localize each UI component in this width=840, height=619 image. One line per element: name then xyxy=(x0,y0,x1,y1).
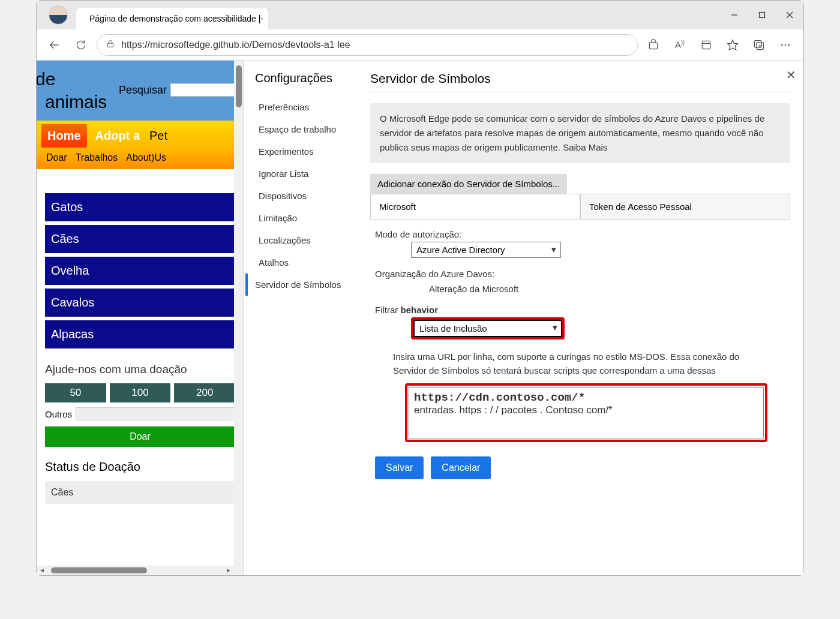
svg-point-15 xyxy=(785,44,787,46)
favorite-icon[interactable] xyxy=(722,34,743,56)
sidebar-item-ignore-list[interactable]: Ignorar Lista xyxy=(255,163,357,185)
scroll-left-icon[interactable]: ◄ xyxy=(39,567,45,573)
close-icon[interactable]: ✕ xyxy=(786,68,796,82)
content-heading: Servidor de Símbolos xyxy=(370,71,790,86)
connection-form: Modo de autorização: Azure Active Direct… xyxy=(370,220,790,489)
window-controls xyxy=(721,4,803,26)
pet-list: Gatos Cães Ovelha Cavalos Alpacas xyxy=(37,169,244,358)
settings-title: Configurações xyxy=(255,71,357,85)
list-item[interactable]: Ovelha xyxy=(45,257,235,285)
browser-window: Página de demonstração com acessibilidad… xyxy=(36,0,804,576)
content-area: de Pesquisar animais Home Adopt a Pet Do… xyxy=(37,61,803,575)
svg-rect-7 xyxy=(702,41,710,49)
svg-rect-1 xyxy=(760,13,765,18)
url-filter-textarea[interactable]: https://cdn.contoso.com/* entradas. http… xyxy=(409,387,764,438)
page-title-fragment: de xyxy=(37,69,55,89)
donation-submit-button[interactable]: Doar xyxy=(45,426,235,447)
collections-icon[interactable] xyxy=(695,34,717,56)
devtools-pane: Configurações Preferências Espaço de tra… xyxy=(244,61,803,575)
nav-home[interactable]: Home xyxy=(41,124,87,148)
donation-amount-button[interactable]: 100 xyxy=(110,383,171,402)
sidebar-item-experiments[interactable]: Experimentos xyxy=(255,140,357,163)
list-item[interactable]: Cavalos xyxy=(45,289,235,317)
sidebar-item-locations[interactable]: Localizações xyxy=(255,229,357,251)
nav-trabalhos[interactable]: Trabalhos xyxy=(76,152,118,163)
filter-behavior-label: behavior xyxy=(401,305,439,315)
filter-behavior-select[interactable]: Lista de Inclusão xyxy=(413,320,562,337)
profile-avatar[interactable] xyxy=(49,5,68,25)
shopping-icon[interactable] xyxy=(643,34,664,56)
page-header: de Pesquisar animais xyxy=(37,61,244,121)
maximize-button[interactable] xyxy=(748,4,776,26)
svg-point-16 xyxy=(788,44,790,46)
minimize-button[interactable] xyxy=(721,4,748,26)
add-tab-icon[interactable] xyxy=(748,34,770,56)
donation-other-label: Outros xyxy=(45,409,72,419)
info-box: O Microsoft Edge pode se comunicar com o… xyxy=(370,103,790,163)
titlebar: Página de demonstração com acessibilidad… xyxy=(37,1,803,29)
list-item[interactable]: Gatos xyxy=(45,193,235,221)
tab-title: Página de demonstração com acessibilidad… xyxy=(89,14,263,23)
svg-rect-5 xyxy=(107,43,113,47)
svg-marker-9 xyxy=(728,40,738,50)
svg-rect-10 xyxy=(755,40,762,47)
add-connection-button[interactable]: Adicionar conexão do Servidor de Símbolo… xyxy=(370,174,567,194)
donation-amount-button[interactable]: 50 xyxy=(45,383,106,402)
filter-label: Filtrar xyxy=(375,305,398,315)
search-input[interactable] xyxy=(170,83,238,97)
browser-toolbar: https://microsoftedge.github.io/Demos/de… xyxy=(37,29,803,61)
cancel-button[interactable]: Cancelar xyxy=(431,456,491,479)
browser-tab[interactable]: Página de demonstração com acessibilidad… xyxy=(76,8,268,29)
settings-sidebar: Configurações Preferências Espaço de tra… xyxy=(244,61,357,575)
url-line-1: https://cdn.contoso.com/* xyxy=(414,391,758,404)
url-text: https://microsoftedge.github.io/Demos/de… xyxy=(121,40,350,50)
save-button[interactable]: Salvar xyxy=(375,456,424,479)
settings-content: ✕ Servidor de Símbolos O Microsoft Edge … xyxy=(357,61,803,575)
sidebar-item-devices[interactable]: Dispositivos xyxy=(255,185,357,207)
connection-tabs: Microsoft Token de Acesso Pessoal xyxy=(370,194,790,220)
donation-status-title: Status de Doação xyxy=(45,460,235,474)
donation-amount-button[interactable]: 200 xyxy=(174,383,235,402)
back-button[interactable] xyxy=(44,34,65,56)
donation-other-input[interactable] xyxy=(76,407,235,420)
url-line-2: entradas. https : / / pacotes . Contoso … xyxy=(414,404,758,416)
page-pane: de Pesquisar animais Home Adopt a Pet Do… xyxy=(37,61,244,575)
nav-about[interactable]: About)Us xyxy=(126,152,166,163)
more-icon[interactable] xyxy=(775,34,796,56)
url-help-text: Insira uma URL por linha, com suporte a … xyxy=(375,350,785,383)
sidebar-item-shortcuts[interactable]: Atalhos xyxy=(255,251,357,274)
auth-mode-label: Modo de autorização: xyxy=(375,229,785,239)
svg-point-14 xyxy=(781,44,783,46)
sidebar-item-throttling[interactable]: Limitação xyxy=(255,207,357,229)
donation-status-row: Cães xyxy=(45,481,235,504)
tab-pat[interactable]: Token de Acesso Pessoal xyxy=(580,194,790,219)
sidebar-item-symbol-server[interactable]: Servidor de Símbolos xyxy=(245,274,357,296)
search-label: Pesquisar xyxy=(119,84,167,97)
lock-icon xyxy=(106,39,115,51)
nav-adopt[interactable]: Adopt a xyxy=(94,124,141,148)
refresh-button[interactable] xyxy=(70,34,92,56)
sidebar-item-preferences[interactable]: Preferências xyxy=(255,96,357,118)
donation-box: Ajude-nos com uma doação 50 100 200 Outr… xyxy=(37,358,244,509)
org-label: Organização do Azure Davos: xyxy=(375,269,785,279)
tab-strip: Página de demonstração com acessibilidad… xyxy=(73,1,268,29)
auth-mode-select[interactable]: Azure Active Directory xyxy=(411,242,561,258)
close-button[interactable] xyxy=(776,4,803,26)
vertical-scrollbar[interactable] xyxy=(234,61,244,575)
address-bar[interactable]: https://microsoftedge.github.io/Demos/de… xyxy=(97,34,638,56)
scroll-right-icon[interactable]: ► xyxy=(226,567,232,573)
horizontal-scrollbar[interactable]: ◄ ► xyxy=(37,566,234,575)
svg-rect-6 xyxy=(649,42,657,49)
tab-microsoft[interactable]: Microsoft xyxy=(370,194,580,219)
page-nav: Home Adopt a Pet Doar Trabalhos About)Us xyxy=(37,121,244,169)
list-item[interactable]: Alpacas xyxy=(45,320,235,348)
nav-doar[interactable]: Doar xyxy=(46,152,67,163)
sidebar-item-workspace[interactable]: Espaço de trabalho xyxy=(255,118,357,140)
donation-title: Ajude-nos com uma doação xyxy=(45,363,235,376)
nav-pet[interactable]: Pet xyxy=(148,124,169,148)
org-value: Alteração da Microsoft xyxy=(429,284,785,294)
list-item[interactable]: Cães xyxy=(45,225,235,253)
read-aloud-icon[interactable]: A)) xyxy=(669,34,691,56)
